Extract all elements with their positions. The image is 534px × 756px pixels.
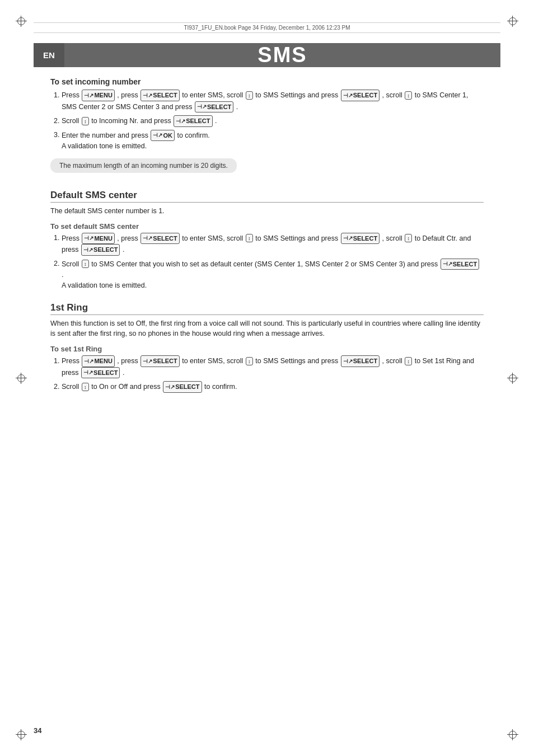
r-step1-text4: to SMS Settings and press <box>255 357 340 365</box>
d-step2-note: A validation tone is emitted. <box>62 281 147 289</box>
select-button-2: ⊣↗SELECT <box>341 90 380 101</box>
d-step2-text1: Scroll <box>62 260 81 267</box>
select-button-12: ⊣↗SELECT <box>163 381 202 393</box>
scroll-icon-6: ↕ <box>82 260 89 268</box>
d-step1-text2: , press <box>117 234 140 242</box>
scroll-icon-3: ↕ <box>82 117 89 125</box>
page: TI937_1FU_EN.book Page 34 Friday, Decemb… <box>0 0 534 756</box>
scroll-icon-7: ↕ <box>246 357 253 365</box>
crosshair-bottom-right <box>507 729 518 740</box>
step2-text1: Scroll <box>62 117 81 125</box>
r-step1-text3: to enter SMS, scroll <box>182 357 245 365</box>
step1-text4: to SMS Settings and press <box>255 91 340 99</box>
step-1-default-sms: Press ⊣↗MENU , press ⊣↗SELECT to enter S… <box>62 233 484 256</box>
r-step2-text1: Scroll <box>62 383 81 391</box>
select-button-4: ⊣↗SELECT <box>174 115 212 127</box>
d-step1-text5: , scroll <box>382 234 405 242</box>
step1-text7: . <box>236 102 238 110</box>
r-step1-text5: , scroll <box>382 357 405 365</box>
step2-text3: . <box>215 117 217 125</box>
section-heading-incoming: To set incoming number <box>50 77 484 86</box>
first-ring-intro: When this function is set to Off, the fi… <box>50 318 484 340</box>
file-info: TI937_1FU_EN.book Page 34 Friday, Decemb… <box>34 22 500 33</box>
select-button-5: ⊣↗SELECT <box>140 233 179 245</box>
d-step2-text3: . <box>62 271 63 279</box>
section-heading-1st-ring: 1st Ring <box>50 302 484 315</box>
default-sms-intro: The default SMS center number is 1. <box>50 206 484 217</box>
r-step1-text2: , press <box>117 357 140 365</box>
r-step2-text3: to confirm. <box>204 383 237 391</box>
select-button-6: ⊣↗SELECT <box>341 233 380 245</box>
crosshair-mid-left <box>16 373 27 384</box>
d-step1-text1: Press <box>62 234 81 242</box>
select-button-1: ⊣↗SELECT <box>140 90 179 101</box>
step1-text1: Press <box>62 91 81 99</box>
default-sms-steps: Press ⊣↗MENU , press ⊣↗SELECT to enter S… <box>62 233 484 291</box>
scroll-icon-4: ↕ <box>246 234 253 242</box>
scroll-icon-9: ↕ <box>82 383 89 391</box>
incoming-number-steps: Press ⊣↗MENU , press ⊣↗SELECT to enter S… <box>62 90 484 152</box>
select-button-3: ⊣↗SELECT <box>195 101 233 113</box>
d-step2-text2: to SMS Center that you wish to set as de… <box>91 260 440 267</box>
step1-text5: , scroll <box>382 91 405 99</box>
select-button-11: ⊣↗SELECT <box>81 367 120 379</box>
step3-note: A validation tone is emitted. <box>62 142 147 150</box>
r-step1-text7: . <box>123 368 124 376</box>
subsection-heading-default-sms: To set default SMS center <box>50 222 484 231</box>
page-number: 34 <box>34 726 41 735</box>
ok-button-1: ⊣↗OK <box>151 130 175 142</box>
menu-button-3: ⊣↗MENU <box>82 355 114 367</box>
r-step1-text1: Press <box>62 357 81 365</box>
section-heading-default-sms: Default SMS center <box>50 190 484 203</box>
step-3-incoming: Enter the number and press ⊣↗OK to confi… <box>62 130 484 152</box>
info-box-incoming: The maximum length of an incoming number… <box>50 158 237 173</box>
select-button-10: ⊣↗SELECT <box>341 355 380 367</box>
r-step2-text2: to On or Off and press <box>91 383 162 391</box>
page-title: SMS <box>64 43 500 67</box>
step3-text2: to confirm. <box>177 131 209 139</box>
menu-button-2: ⊣↗MENU <box>82 233 114 245</box>
crosshair-mid-right <box>507 373 518 384</box>
step-2-first-ring: Scroll ↕ to On or Off and press ⊣↗SELECT… <box>62 381 484 393</box>
subsection-heading-1st-ring: To set 1st Ring <box>50 345 484 353</box>
step2-text2: to Incoming Nr. and press <box>91 117 173 125</box>
select-button-8: ⊣↗SELECT <box>441 259 479 270</box>
menu-button-1: ⊣↗MENU <box>82 90 114 101</box>
d-step1-text7: . <box>123 246 124 253</box>
content-area: To set incoming number Press ⊣↗MENU , pr… <box>34 77 500 393</box>
header-bar: EN SMS <box>34 43 500 67</box>
step-2-incoming: Scroll ↕ to Incoming Nr. and press ⊣↗SEL… <box>62 115 484 127</box>
language-badge: EN <box>34 43 64 67</box>
crosshair-top-right <box>507 16 518 27</box>
step3-text1: Enter the number and press <box>62 131 150 139</box>
scroll-icon-1: ↕ <box>246 91 253 100</box>
crosshair-bottom-left <box>16 729 27 740</box>
step-1-first-ring: Press ⊣↗MENU , press ⊣↗SELECT to enter S… <box>62 355 484 378</box>
d-step1-text4: to SMS Settings and press <box>255 234 340 242</box>
first-ring-steps: Press ⊣↗MENU , press ⊣↗SELECT to enter S… <box>62 355 484 393</box>
scroll-icon-5: ↕ <box>405 234 412 242</box>
d-step1-text3: to enter SMS, scroll <box>182 234 245 242</box>
step1-text2: , press <box>117 91 140 99</box>
select-button-7: ⊣↗SELECT <box>81 244 120 256</box>
step1-text3: to enter SMS, scroll <box>182 91 245 99</box>
scroll-icon-8: ↕ <box>405 357 412 365</box>
step-2-default-sms: Scroll ↕ to SMS Center that you wish to … <box>62 259 484 291</box>
step-1-incoming: Press ⊣↗MENU , press ⊣↗SELECT to enter S… <box>62 90 484 112</box>
select-button-9: ⊣↗SELECT <box>140 355 179 367</box>
scroll-icon-2: ↕ <box>405 91 412 100</box>
crosshair-top-left <box>16 16 27 27</box>
